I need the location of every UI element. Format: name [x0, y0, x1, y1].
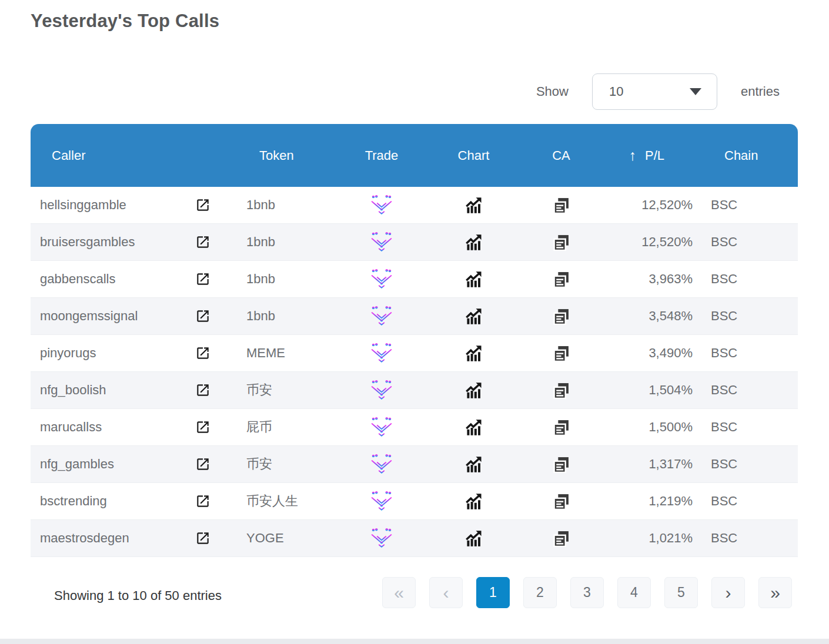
- previous-page-button[interactable]: ‹: [429, 577, 463, 608]
- ca-copy-button[interactable]: [521, 197, 601, 214]
- pl-value: 3,490%: [601, 346, 693, 361]
- column-header-chain[interactable]: Chain: [693, 124, 798, 187]
- copy-contract-icon: [553, 197, 570, 214]
- last-page-button[interactable]: »: [758, 577, 792, 608]
- chain-value: BSC: [693, 346, 798, 361]
- ca-copy-button[interactable]: [521, 345, 601, 362]
- trade-button[interactable]: [337, 454, 426, 475]
- chart-button[interactable]: [426, 270, 521, 289]
- maestro-bot-icon: [370, 195, 393, 216]
- chain-value: BSC: [693, 531, 798, 546]
- page-size-select[interactable]: 10: [592, 73, 717, 110]
- copy-contract-icon: [553, 345, 570, 362]
- caller-link-button[interactable]: [186, 494, 219, 509]
- next-page-button[interactable]: ›: [711, 577, 745, 608]
- ca-copy-button[interactable]: [521, 382, 601, 399]
- caller-name: bruisersgambles: [31, 234, 186, 250]
- table-row: moongemssignal 1bnb 3,548% BSC: [31, 298, 798, 335]
- column-header-token[interactable]: Token: [219, 124, 337, 187]
- caller-link-button[interactable]: [186, 271, 219, 287]
- maestro-bot-icon: [370, 306, 393, 327]
- page-title: Yesterday's Top Calls: [31, 11, 219, 32]
- page-button-1[interactable]: 1: [476, 577, 510, 608]
- caller-link-button[interactable]: [186, 197, 219, 213]
- ca-copy-button[interactable]: [521, 271, 601, 288]
- caller-link-button[interactable]: [186, 420, 219, 435]
- pl-value: 1,021%: [601, 531, 693, 546]
- chart-button[interactable]: [426, 307, 521, 326]
- token-name: 屁币: [219, 418, 337, 436]
- ca-copy-button[interactable]: [521, 308, 601, 325]
- chart-button[interactable]: [426, 344, 521, 363]
- external-link-icon: [195, 346, 210, 361]
- caller-name: maestrosdegen: [31, 531, 186, 546]
- maestro-bot-icon: [370, 343, 393, 364]
- caller-name: nfg_gambles: [31, 457, 186, 472]
- caller-link-button[interactable]: [186, 234, 219, 250]
- pagination: « ‹ 1 2 3 4 5 › »: [382, 577, 792, 608]
- pl-value: 12,520%: [601, 197, 693, 213]
- caller-name: pinyorugs: [31, 346, 186, 361]
- trade-button[interactable]: [337, 269, 426, 290]
- trade-button[interactable]: [337, 491, 426, 512]
- trade-button[interactable]: [337, 528, 426, 549]
- copy-contract-icon: [553, 530, 570, 547]
- caller-link-button[interactable]: [186, 346, 219, 361]
- first-page-button[interactable]: «: [382, 577, 416, 608]
- chart-button[interactable]: [426, 381, 521, 400]
- chart-button[interactable]: [426, 233, 521, 251]
- column-header-caller[interactable]: Caller: [31, 124, 186, 187]
- trade-button[interactable]: [337, 343, 426, 364]
- trade-button[interactable]: [337, 195, 426, 216]
- caller-link-button[interactable]: [186, 308, 219, 324]
- trade-button[interactable]: [337, 232, 426, 253]
- page-button-4[interactable]: 4: [617, 577, 651, 608]
- chart-button[interactable]: [426, 418, 521, 437]
- ca-copy-button[interactable]: [521, 456, 601, 473]
- trending-chart-icon: [464, 529, 483, 548]
- caller-link-button[interactable]: [186, 457, 219, 472]
- page-button-2[interactable]: 2: [523, 577, 557, 608]
- token-name: 1bnb: [219, 308, 337, 324]
- chevron-down-icon: [690, 88, 701, 95]
- pl-value: 1,500%: [601, 420, 693, 435]
- ca-copy-button[interactable]: [521, 530, 601, 547]
- chart-button[interactable]: [426, 455, 521, 474]
- page-button-5[interactable]: 5: [664, 577, 698, 608]
- token-name: 1bnb: [219, 234, 337, 250]
- caller-link-button[interactable]: [186, 531, 219, 546]
- pl-value: 1,219%: [601, 494, 693, 509]
- chart-button[interactable]: [426, 529, 521, 548]
- chain-value: BSC: [693, 420, 798, 435]
- trade-button[interactable]: [337, 306, 426, 327]
- token-name: 1bnb: [219, 271, 337, 287]
- ca-copy-button[interactable]: [521, 234, 601, 251]
- column-header-ca[interactable]: CA: [521, 124, 601, 187]
- table-row: marucallss 屁币 1,500% BSC: [31, 409, 798, 446]
- trending-chart-icon: [464, 270, 483, 289]
- ca-copy-button[interactable]: [521, 419, 601, 436]
- external-link-icon: [195, 457, 210, 472]
- token-name: 1bnb: [219, 197, 337, 213]
- table-row: gabbenscalls 1bnb 3,963% BSC: [31, 261, 798, 298]
- trade-button[interactable]: [337, 380, 426, 401]
- external-link-icon: [195, 234, 210, 250]
- chart-button[interactable]: [426, 196, 521, 214]
- column-header-trade[interactable]: Trade: [337, 124, 426, 187]
- chart-button[interactable]: [426, 492, 521, 511]
- trade-button[interactable]: [337, 417, 426, 438]
- column-header-pl[interactable]: ↑ P/L: [601, 124, 693, 187]
- trending-chart-icon: [464, 418, 483, 437]
- column-header-chart[interactable]: Chart: [426, 124, 521, 187]
- caller-name: moongemssignal: [31, 308, 186, 324]
- maestro-bot-icon: [370, 491, 393, 512]
- table-row: pinyorugs MEME 3,490% BSC: [31, 335, 798, 372]
- caller-name: bsctrending: [31, 494, 186, 509]
- caller-link-button[interactable]: [186, 383, 219, 398]
- pl-value: 3,548%: [601, 308, 693, 324]
- page-button-3[interactable]: 3: [570, 577, 604, 608]
- table-row: maestrosdegen YOGE 1,021% BSC: [31, 520, 798, 557]
- chain-value: BSC: [693, 271, 798, 287]
- token-name: YOGE: [219, 531, 337, 546]
- ca-copy-button[interactable]: [521, 493, 601, 510]
